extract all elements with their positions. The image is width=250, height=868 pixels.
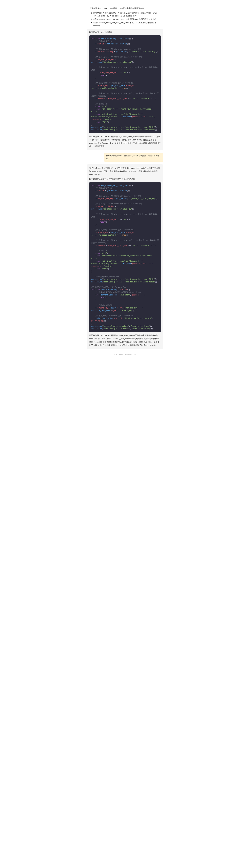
footer-attribution: - By Chat酱 c.level06.com - xyxy=(87,353,163,356)
answer1-title: 以下是实现上述功能的函数： xyxy=(89,31,161,34)
answer1-after: 该函数使用了 WordPress 提供的 get_current_user_id… xyxy=(89,135,161,148)
code-2: function add_forward_key_input_field() {… xyxy=(91,184,159,330)
user-prompt-2: 修改后点击 更新个人资料按钮，key没有被更新，请编写相关逻辑 xyxy=(104,153,163,162)
intro-section: 我正在开发一个 Wordpress 插件，请编写一个函数实现以下功能： 在用户的… xyxy=(87,7,163,27)
code-1: function add_forward_key_input_field() {… xyxy=(91,37,159,131)
intro-title: 我正在开发一个 Wordpress 插件，请编写一个函数实现以下功能： xyxy=(90,7,160,10)
intro-list: 在用户的个人资料页面添加一个输入框，显示存储在 usermeta 中的 Forw… xyxy=(90,11,160,27)
article-container: 我正在开发一个 Wordpress 插件，请编写一个函数实现以下功能： 在用户的… xyxy=(87,7,163,356)
intro-item-2: 读取 option dd_store_can_user_see_key 如果不为… xyxy=(93,18,160,21)
intro-item-3: 读取 option dd_store_can_user_edit_key如果不为… xyxy=(93,21,160,27)
answer2-pre2: 以下是修改后的函数，包括保存用户个人资料时的逻辑： xyxy=(89,178,161,181)
intro-item-1: 在用户的个人资料页面添加一个输入框，显示存储在 usermeta 中的 Forw… xyxy=(93,11,160,18)
code-block-2: function add_forward_key_input_field() {… xyxy=(89,182,161,332)
answer-block-2: 在 WordPress 中，更新用户个人资料时需要使用 save_user_me… xyxy=(87,164,163,349)
answer-block-1: 以下是实现上述功能的函数： function add_forward_key_i… xyxy=(87,29,163,150)
code-block-1: function add_forward_key_input_field() {… xyxy=(89,35,161,133)
answer2-pre: 在 WordPress 中，更新用户个人资料时需要使用 save_user_me… xyxy=(89,166,161,176)
answer2-after: 该函数使用了 WordPress 提供的 update_user_meta() … xyxy=(89,334,161,347)
